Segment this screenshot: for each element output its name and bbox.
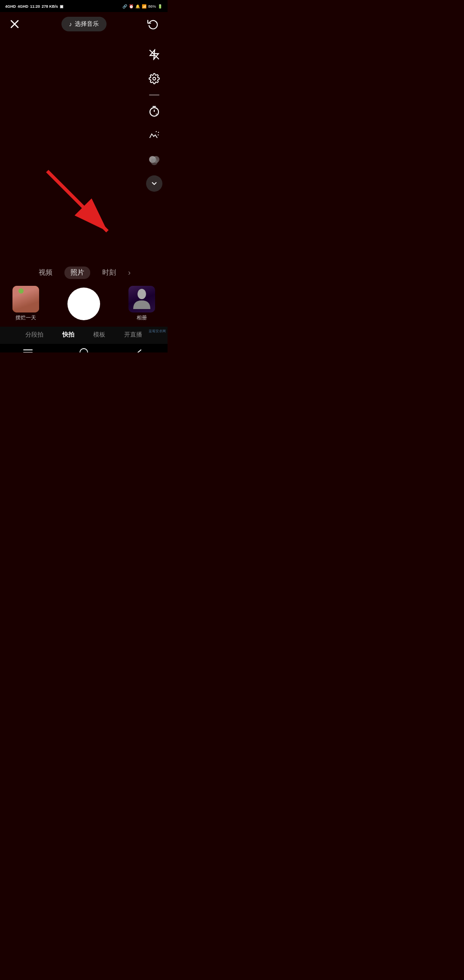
battery-icon: 🔋	[158, 4, 162, 9]
svg-point-10	[151, 158, 158, 165]
mode-tabs: 视频 照片 时刻 ›	[0, 261, 168, 282]
sub-mode-bar: 分段拍 快拍 模板 开直播	[0, 327, 168, 344]
right-toolbar: 3	[146, 46, 162, 192]
album-thumb-inner	[128, 286, 155, 312]
filter-avatar-item[interactable]: 摆烂一天	[10, 286, 41, 322]
flash-off-icon[interactable]	[146, 46, 162, 63]
close-button[interactable]	[7, 16, 22, 32]
tab-video[interactable]: 视频	[37, 267, 54, 278]
camera-top-bar: ♪ 选择音乐	[0, 12, 168, 36]
toolbar-divider	[149, 95, 159, 95]
nav-menu-icon[interactable]	[23, 349, 33, 352]
shutter-row: 摆烂一天 相册	[0, 282, 168, 327]
more-modes-icon[interactable]: ›	[128, 268, 131, 277]
system-nav-bar	[0, 344, 168, 352]
bottom-shooting-area: 视频 照片 时刻 › 摆烂一天	[0, 261, 168, 327]
sim-icon: ▣	[60, 4, 64, 9]
color-filter-icon[interactable]	[146, 151, 162, 168]
tab-moment[interactable]: 时刻	[101, 267, 118, 278]
svg-point-17	[80, 349, 88, 352]
battery-level: 86%	[148, 4, 156, 9]
filter-avatar-image	[12, 286, 39, 312]
network-2: 4GHD	[18, 4, 28, 9]
time: 11:20	[30, 4, 40, 9]
bluetooth-icon: 🔗	[122, 4, 127, 9]
beauty-icon[interactable]	[146, 127, 162, 144]
alarm-icon: ⏰	[129, 4, 134, 9]
sub-mode-template[interactable]: 模板	[92, 330, 107, 340]
arrow-annotation	[34, 162, 129, 248]
shutter-button[interactable]	[67, 288, 100, 320]
status-bar: 4GHD 4GHD 11:20 278 KB/s ▣ 🔗 ⏰ 🔔 📶 86% 🔋	[0, 0, 168, 12]
watermark: 蓝莓安卓网	[149, 329, 166, 334]
music-label: 选择音乐	[75, 20, 99, 28]
settings-icon[interactable]	[146, 70, 162, 87]
music-note-icon: ♪	[69, 21, 72, 28]
album-thumbnail	[128, 286, 155, 312]
status-left: 4GHD 4GHD 11:20 278 KB/s ▣	[5, 4, 64, 9]
album-label: 相册	[137, 314, 147, 322]
status-right: 🔗 ⏰ 🔔 📶 86% 🔋	[122, 4, 162, 9]
network-1: 4GHD	[5, 4, 16, 9]
music-select-button[interactable]: ♪ 选择音乐	[61, 17, 107, 31]
nav-back-icon[interactable]	[135, 348, 144, 352]
wifi-icon: 📶	[142, 4, 147, 9]
speed: 278 KB/s	[42, 4, 58, 9]
svg-point-3	[153, 77, 156, 80]
filter-face	[12, 286, 39, 312]
sub-mode-segment[interactable]: 分段拍	[24, 330, 45, 340]
expand-more-button[interactable]	[146, 175, 162, 192]
svg-text:3: 3	[156, 113, 157, 116]
flip-camera-button[interactable]	[145, 16, 161, 32]
timer-icon[interactable]: 3	[146, 103, 162, 119]
bell-icon: 🔔	[135, 4, 140, 9]
sub-mode-quick[interactable]: 快拍	[61, 330, 76, 340]
nav-home-icon[interactable]	[79, 348, 89, 352]
camera-viewfinder: ♪ 选择音乐	[0, 12, 168, 261]
filter-avatar-label: 摆烂一天	[15, 314, 36, 322]
tab-photo[interactable]: 照片	[64, 266, 90, 279]
album-item[interactable]: 相册	[126, 286, 157, 322]
sub-mode-live[interactable]: 开直播	[122, 330, 144, 340]
svg-point-13	[137, 289, 146, 299]
svg-line-12	[47, 171, 107, 231]
